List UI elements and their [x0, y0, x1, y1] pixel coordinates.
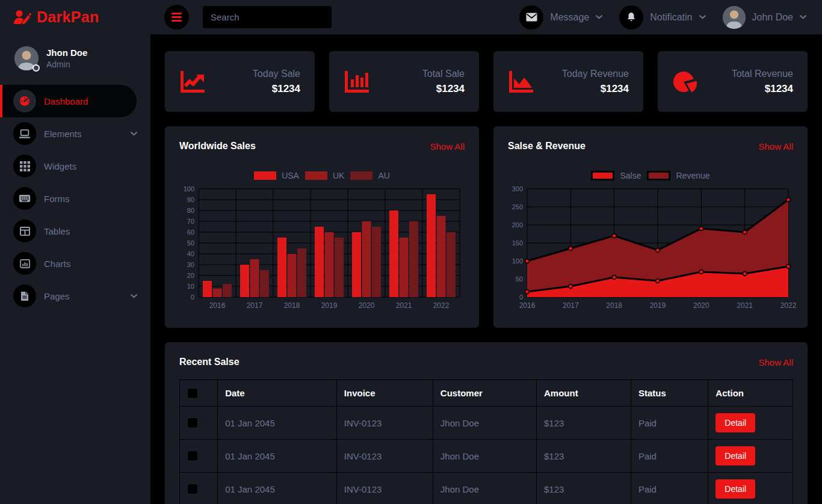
search-input[interactable]	[203, 6, 332, 28]
chevron-down-icon	[131, 132, 137, 136]
column-header-date: Date	[218, 380, 337, 407]
show-all-link[interactable]: Show All	[758, 357, 793, 367]
cell-amount: $123	[537, 473, 631, 504]
svg-text:2022: 2022	[433, 301, 450, 310]
row-checkbox[interactable]	[187, 417, 198, 428]
cell-date: 01 Jan 2045	[218, 440, 337, 473]
keyboard-icon	[19, 194, 31, 203]
chevron-down-icon	[800, 15, 806, 19]
avatar	[723, 6, 746, 29]
profile-dropdown[interactable]: John Doe	[723, 6, 807, 29]
sidebar-item-label: Pages	[44, 291, 70, 301]
brand-name: DarkPan	[37, 8, 99, 26]
message-dropdown[interactable]: Message	[519, 5, 602, 29]
cell-status: Paid	[631, 473, 708, 504]
svg-text:40: 40	[187, 250, 194, 257]
svg-text:50: 50	[516, 275, 523, 283]
notification-dropdown[interactable]: Notificatin	[619, 5, 705, 29]
sidebar-item-forms[interactable]: Forms	[0, 182, 150, 215]
sidebar-user[interactable]: Jhon Doe Admin	[0, 34, 150, 85]
row-checkbox[interactable]	[187, 484, 198, 494]
svg-text:0: 0	[191, 293, 194, 301]
cell-invoice: INV-0123	[336, 473, 433, 504]
legend-label: Salse	[620, 171, 641, 180]
legend-item-revenue[interactable]: Revenue	[647, 171, 709, 180]
svg-text:10: 10	[187, 283, 194, 290]
legend-swatch	[350, 171, 372, 180]
brand[interactable]: DarkPan	[0, 0, 150, 34]
legend-item-usa[interactable]: USA	[254, 171, 299, 180]
main-content: Today Sale $1234 Total Sale	[150, 34, 822, 504]
sidebar-item-tables[interactable]: Tables	[0, 215, 150, 247]
table-icon	[20, 227, 30, 236]
chart-pie-icon	[672, 69, 699, 94]
svg-text:80: 80	[187, 207, 194, 214]
worldwide-sales-card: Worldwide Sales Show All USAUKAU 0102030…	[165, 126, 479, 328]
legend-label: UK	[333, 171, 344, 180]
cell-status: Paid	[631, 407, 708, 440]
chevron-down-icon	[596, 15, 602, 19]
svg-text:2018: 2018	[606, 301, 622, 310]
sidebar-item-elements[interactable]: Elements	[0, 117, 150, 150]
worldwide-sales-bar-chart: 0102030405060708090100201620172018201920…	[179, 185, 465, 312]
legend-item-au[interactable]: AU	[350, 171, 389, 180]
charts-row: Worldwide Sales Show All USAUKAU 0102030…	[165, 126, 808, 328]
svg-text:20: 20	[187, 272, 194, 279]
sidebar-toggle-button[interactable]	[164, 5, 189, 29]
sidebar-item-pages[interactable]: Pages	[0, 280, 150, 312]
show-all-link[interactable]: Show All	[758, 141, 793, 152]
legend-swatch	[647, 171, 670, 180]
sidebar-item-dashboard[interactable]: Dashboard	[0, 85, 137, 117]
legend-swatch	[305, 171, 327, 180]
sidebar-item-label: Dashboard	[44, 96, 88, 106]
table-title: Recent Salse	[179, 357, 239, 367]
table-row: 01 Jan 2045 INV-0123 Jhon Doe $123 Paid …	[180, 473, 793, 504]
row-checkbox[interactable]	[187, 450, 198, 461]
detail-button[interactable]: Detail	[715, 479, 755, 499]
cell-invoice: INV-0123	[336, 440, 433, 473]
sales-revenue-area-chart: 0501001502002503002016201720182019202020…	[508, 185, 793, 312]
svg-text:2020: 2020	[693, 301, 709, 310]
select-all-checkbox[interactable]	[187, 388, 198, 399]
svg-text:2021: 2021	[737, 301, 753, 310]
tachometer-icon	[19, 96, 30, 106]
stat-label: Today Sale	[253, 69, 300, 79]
svg-text:2019: 2019	[321, 301, 338, 310]
legend-label: Revenue	[676, 171, 709, 180]
sidebar-item-label: Tables	[44, 226, 70, 236]
cell-date: 01 Jan 2045	[218, 473, 337, 504]
svg-text:0: 0	[519, 293, 523, 301]
chart-title: Worldwide Sales	[179, 141, 256, 152]
file-icon	[20, 291, 29, 301]
profile-name: John Doe	[752, 12, 794, 23]
envelope-icon	[526, 13, 537, 22]
stat-card-total-revenue: Total Revenue $1234	[658, 51, 808, 112]
user-edit-icon	[13, 10, 31, 25]
sidebar-item-widgets[interactable]: Widgets	[0, 150, 150, 182]
detail-button[interactable]: Detail	[715, 446, 755, 466]
stat-label: Total Sale	[422, 69, 465, 79]
detail-button[interactable]: Detail	[715, 413, 755, 432]
sidebar-item-charts[interactable]: Charts	[0, 247, 150, 280]
sidebar-item-label: Widgets	[44, 161, 76, 171]
svg-text:2021: 2021	[396, 301, 412, 310]
svg-text:100: 100	[184, 185, 194, 192]
show-all-link[interactable]: Show All	[430, 141, 465, 152]
stats-row: Today Sale $1234 Total Sale	[165, 51, 808, 112]
legend-item-uk[interactable]: UK	[305, 171, 344, 180]
legend-item-salse[interactable]: Salse	[591, 171, 641, 180]
sidebar: DarkPan Jhon Doe Admin	[0, 0, 150, 504]
svg-text:250: 250	[512, 203, 523, 211]
stat-value: $1234	[562, 83, 629, 95]
svg-text:2016: 2016	[209, 301, 226, 310]
chevron-down-icon	[131, 294, 137, 298]
grid-icon	[20, 161, 30, 171]
cell-customer: Jhon Doe	[433, 440, 536, 473]
cell-customer: Jhon Doe	[433, 473, 536, 504]
sidebar-item-label: Charts	[44, 259, 70, 269]
legend-swatch	[254, 171, 276, 180]
chart-bar-icon	[20, 259, 30, 268]
sidebar-item-label: Forms	[44, 194, 70, 204]
sidebar-user-role: Admin	[46, 60, 87, 69]
svg-text:70: 70	[187, 218, 194, 225]
